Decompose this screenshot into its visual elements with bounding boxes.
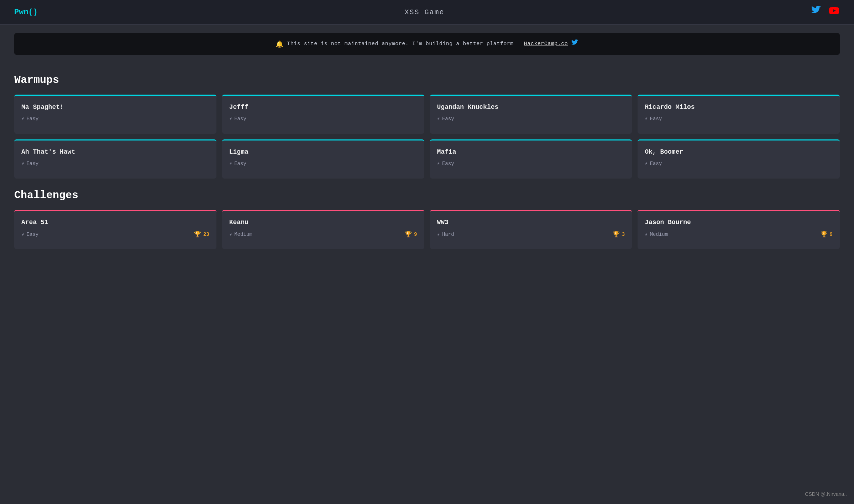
main-content: Warmups Ma Spaghet! ⚡ Easy Jefff ⚡ Easy … [0,63,854,274]
card-score: 🏆 9 [405,231,417,238]
trophy-icon: 🏆 [194,231,201,238]
bolt-icon: ⚡ [437,160,440,166]
challenge-card[interactable]: Keanu ⚡ Medium 🏆 9 [222,210,424,249]
warmup-card[interactable]: Jefff ⚡ Easy [222,95,424,134]
challenge-card[interactable]: WW3 ⚡ Hard 🏆 3 [430,210,632,249]
banner-text: This site is not maintained anymore. I'm… [287,41,520,47]
warmups-grid: Ma Spaghet! ⚡ Easy Jefff ⚡ Easy Ugandan … [14,95,840,179]
logo-text: Pwn [14,8,28,17]
challenge-card[interactable]: Area 51 ⚡ Easy 🏆 23 [14,210,216,249]
difficulty-label: Easy [26,116,38,122]
bolt-icon: ⚡ [645,116,648,122]
card-title: Ricardo Milos [645,104,833,111]
challenge-card[interactable]: Jason Bourne ⚡ Medium 🏆 9 [638,210,840,249]
card-title: Ma Spaghet! [21,104,209,111]
card-meta: ⚡ Easy [229,116,417,122]
bolt-icon: ⚡ [21,160,24,166]
card-title: Ah That's Hawt [21,148,209,155]
difficulty-label: Easy [442,116,454,122]
card-score: 🏆 23 [194,231,209,238]
score-value: 3 [622,232,625,237]
card-title: Area 51 [21,219,209,226]
card-difficulty: ⚡ Easy [437,116,454,122]
challenges-grid: Area 51 ⚡ Easy 🏆 23 Keanu ⚡ Medium [14,210,840,249]
score-value: 9 [830,232,833,237]
bolt-icon: ⚡ [645,160,648,166]
bolt-icon: ⚡ [21,232,24,238]
card-difficulty: ⚡ Easy [229,160,246,166]
difficulty-label: Medium [234,232,252,237]
logo-brackets: () [28,8,38,17]
hackercamp-link[interactable]: HackerCamp.co [524,41,568,47]
warmup-card[interactable]: Ligma ⚡ Easy [222,139,424,179]
card-meta: ⚡ Medium 🏆 9 [645,231,833,238]
difficulty-label: Easy [650,116,662,122]
challenges-section-title: Challenges [14,189,840,201]
warmup-card[interactable]: Ma Spaghet! ⚡ Easy [14,95,216,134]
trophy-icon: 🏆 [821,231,828,238]
card-meta: ⚡ Easy [21,160,209,166]
warmups-section-title: Warmups [14,74,840,86]
announcement-banner: 🔔 This site is not maintained anymore. I… [14,33,840,55]
card-title: Ugandan Knuckles [437,104,625,111]
warmup-card[interactable]: Mafia ⚡ Easy [430,139,632,179]
youtube-icon[interactable] [828,6,840,18]
bolt-icon: ⚡ [21,116,24,122]
page-title: XSS Game [405,8,445,16]
card-difficulty: ⚡ Easy [437,160,454,166]
trophy-icon: 🏆 [613,231,620,238]
card-meta: ⚡ Easy 🏆 23 [21,231,209,238]
card-meta: ⚡ Easy [21,116,209,122]
card-title: Ok, Boomer [645,148,833,155]
difficulty-label: Easy [26,161,38,166]
bolt-icon: ⚡ [229,116,232,122]
card-title: Ligma [229,148,417,155]
difficulty-label: Medium [650,232,668,237]
card-difficulty: ⚡ Medium [229,232,252,238]
difficulty-label: Easy [26,232,38,237]
trophy-icon: 🏆 [405,231,412,238]
card-title: Jason Bourne [645,219,833,226]
warmup-card[interactable]: Ugandan Knuckles ⚡ Easy [430,95,632,134]
card-meta: ⚡ Medium 🏆 9 [229,231,417,238]
twitter-icon[interactable] [811,6,821,18]
card-meta: ⚡ Hard 🏆 3 [437,231,625,238]
card-title: Mafia [437,148,625,155]
card-difficulty: ⚡ Easy [645,160,662,166]
card-difficulty: ⚡ Easy [21,160,38,166]
card-meta: ⚡ Easy [229,160,417,166]
difficulty-label: Hard [442,232,454,237]
bolt-icon: ⚡ [645,232,648,238]
warmup-card[interactable]: Ok, Boomer ⚡ Easy [638,139,840,179]
difficulty-label: Easy [234,161,246,166]
score-value: 9 [414,232,417,237]
header-social-icons [811,6,840,18]
watermark: CSDN @.Nirvana.. [805,491,847,497]
card-title: Jefff [229,104,417,111]
card-meta: ⚡ Easy [437,160,625,166]
card-title: Keanu [229,219,417,226]
bolt-icon: ⚡ [229,232,232,238]
app-header: Pwn() XSS Game [0,0,854,25]
difficulty-label: Easy [234,116,246,122]
card-difficulty: ⚡ Medium [645,232,668,238]
bolt-icon: ⚡ [437,232,440,238]
score-value: 23 [203,232,209,237]
card-meta: ⚡ Easy [645,160,833,166]
card-difficulty: ⚡ Easy [229,116,246,122]
card-title: WW3 [437,219,625,226]
card-meta: ⚡ Easy [437,116,625,122]
warmup-card[interactable]: Ricardo Milos ⚡ Easy [638,95,840,134]
logo[interactable]: Pwn() [14,8,38,17]
banner-twitter-icon[interactable] [571,39,578,48]
bolt-icon: ⚡ [437,116,440,122]
difficulty-label: Easy [650,161,662,166]
bell-icon: 🔔 [276,40,284,48]
bolt-icon: ⚡ [229,160,232,166]
warmup-card[interactable]: Ah That's Hawt ⚡ Easy [14,139,216,179]
difficulty-label: Easy [442,161,454,166]
card-difficulty: ⚡ Easy [645,116,662,122]
card-difficulty: ⚡ Hard [437,232,454,238]
card-difficulty: ⚡ Easy [21,116,38,122]
card-score: 🏆 9 [821,231,833,238]
